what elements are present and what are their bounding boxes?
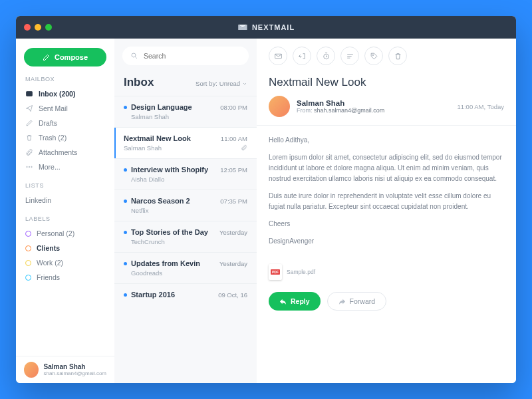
unread-dot-icon <box>124 262 127 265</box>
reply-icon <box>279 298 287 305</box>
nav-more[interactable]: More... <box>16 160 114 174</box>
compose-button[interactable]: Compose <box>24 48 106 66</box>
nav-trash[interactable]: Trash (2) <box>16 130 114 145</box>
attachment-chip[interactable]: Sample.pdf <box>269 264 504 280</box>
message-item[interactable]: Startup 201609 Oct, 16 <box>114 283 257 307</box>
label-dot-icon <box>25 231 31 237</box>
label-friends[interactable]: Friends <box>16 270 114 285</box>
chevron-down-icon <box>242 81 247 86</box>
attachment-icon <box>241 144 247 151</box>
section-lists: LISTS <box>16 180 114 193</box>
attachment-icon <box>25 148 33 156</box>
unread-dot-icon <box>124 293 127 297</box>
forward-button[interactable]: Forward <box>327 292 387 311</box>
message-item[interactable]: Interview with Shopify12:05 PMAisha Dial… <box>114 158 257 190</box>
unread-dot-icon <box>124 231 127 234</box>
trash-icon <box>25 134 33 142</box>
unread-dot-icon <box>124 106 127 109</box>
brand-text: NEXTMAIL <box>252 23 295 31</box>
attachment-name: Sample.pdf <box>287 269 315 275</box>
mail-body: Hello Adithya, Lorem ipsum dolor sit ame… <box>257 126 516 263</box>
mark-read-button[interactable] <box>269 47 287 65</box>
list-header: Inbox Sort by: Unread <box>114 65 257 96</box>
unread-dot-icon <box>124 168 127 172</box>
tag-button[interactable] <box>364 47 383 65</box>
svg-point-2 <box>29 166 30 168</box>
reply-button[interactable]: Reply <box>269 292 321 311</box>
maximize-dot[interactable] <box>45 24 52 31</box>
forward-icon <box>338 298 346 305</box>
compose-label: Compose <box>55 53 88 61</box>
section-labels: LABELS <box>16 213 114 226</box>
svg-rect-0 <box>27 92 33 96</box>
clock-icon <box>322 52 331 61</box>
nav-drafts[interactable]: Drafts <box>16 116 114 130</box>
compose-icon <box>43 53 51 61</box>
svg-point-3 <box>31 166 33 168</box>
label-personal[interactable]: Personal (2) <box>16 226 114 241</box>
archive-icon <box>298 52 307 61</box>
snooze-button[interactable] <box>317 47 335 65</box>
main: Compose MAILBOX Inbox (200) Sent Mail Dr… <box>16 39 516 383</box>
brand-icon <box>237 22 248 33</box>
label-dot-icon <box>25 260 31 266</box>
trash-icon <box>394 52 402 61</box>
profile-name: Salman Shah <box>44 363 106 370</box>
reading-pane: Nextmail New Look Salman Shah From: shah… <box>257 39 516 383</box>
message-item[interactable]: Nextmail New Look11:00 AMSalman Shah <box>114 127 257 158</box>
search-icon <box>130 52 138 60</box>
archive-button[interactable] <box>293 47 311 65</box>
search-input[interactable] <box>144 52 241 60</box>
minimize-dot[interactable] <box>35 24 41 31</box>
avatar <box>24 362 39 378</box>
svg-point-1 <box>27 166 28 168</box>
message-list-column: Inbox Sort by: Unread Design Language08:… <box>114 39 257 383</box>
mail-time: 11:00 AM, Today <box>457 103 504 110</box>
sort-control[interactable]: Sort by: Unread <box>196 80 247 87</box>
message-item[interactable]: Updates from KevinYesterdayGoodreads <box>114 252 257 283</box>
tag-icon <box>370 52 378 61</box>
send-icon <box>25 104 33 112</box>
message-item[interactable]: Top Stories of the DayYesterdayTechCrunc… <box>114 221 257 252</box>
svg-point-7 <box>372 55 374 56</box>
lines-icon <box>346 52 354 61</box>
mail-title: Nextmail New Look <box>257 65 516 96</box>
list-linkedin[interactable]: Linkedin <box>16 193 114 207</box>
message-item[interactable]: Narcos Season 207:35 PMNetflix <box>114 190 257 221</box>
sender-name: Salman Shah <box>297 99 384 107</box>
label-dot-icon <box>25 275 31 281</box>
brand: NEXTMAIL <box>237 22 295 33</box>
label-work[interactable]: Work (2) <box>16 255 114 270</box>
search[interactable] <box>122 47 249 65</box>
nav-sent[interactable]: Sent Mail <box>16 101 114 116</box>
profile-email: shah.salman4@gmail.com <box>44 370 106 376</box>
window-controls <box>24 24 52 31</box>
sender-avatar <box>269 96 290 117</box>
svg-point-4 <box>132 53 136 57</box>
envelope-icon <box>274 52 283 61</box>
message-list: Design Language08:00 PMSalman ShahNextma… <box>114 96 257 307</box>
delete-button[interactable] <box>388 47 407 65</box>
nav-inbox[interactable]: Inbox (200) <box>16 86 114 101</box>
more-icon <box>25 163 33 171</box>
pdf-icon <box>269 264 282 280</box>
sidebar: Compose MAILBOX Inbox (200) Sent Mail Dr… <box>16 39 114 383</box>
format-button[interactable] <box>340 47 359 65</box>
drafts-icon <box>25 119 33 127</box>
label-clients[interactable]: Clients <box>16 241 114 255</box>
list-title: Inbox <box>124 76 154 89</box>
inbox-icon <box>25 90 33 98</box>
titlebar: NEXTMAIL <box>16 16 516 39</box>
close-dot[interactable] <box>24 24 31 31</box>
sender-from: From: shah.salman4@gmail.com <box>297 107 384 114</box>
message-item[interactable]: Design Language08:00 PMSalman Shah <box>114 96 257 127</box>
sender-row: Salman Shah From: shah.salman4@gmail.com… <box>257 96 516 126</box>
nav-attachments[interactable]: Attachments <box>16 145 114 160</box>
unread-dot-icon <box>124 200 127 203</box>
mail-actions <box>257 39 516 65</box>
reply-row: Reply Forward <box>257 288 516 320</box>
label-dot-icon <box>25 245 31 251</box>
profile[interactable]: Salman Shah shah.salman4@gmail.com <box>16 356 114 383</box>
section-mailbox: MAILBOX <box>16 73 114 86</box>
svg-rect-5 <box>275 54 281 59</box>
